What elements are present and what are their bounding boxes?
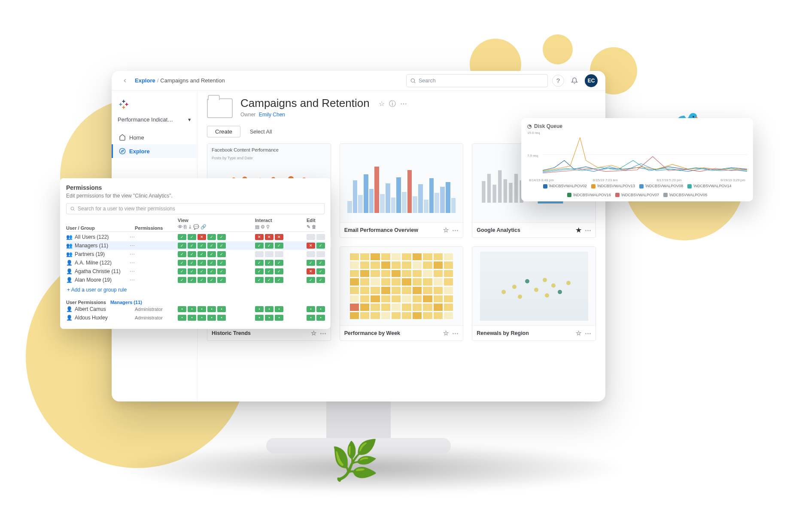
map-chart — [480, 252, 588, 321]
search-placeholder: Search — [419, 78, 436, 84]
help-button[interactable]: ? — [552, 75, 564, 87]
sidebar-item-home[interactable]: Home — [112, 131, 197, 144]
notifications-button[interactable] — [568, 75, 580, 87]
permission-row[interactable]: 👤A.A. Milne (122)⋯✓✓✓✓✓✓✓✓✓✓ — [66, 258, 325, 267]
star-icon[interactable]: ★ — [576, 226, 581, 234]
card-title: Email Performance Overview — [344, 227, 418, 233]
legend-item: \NDCBSVWALPOV07 — [615, 193, 659, 198]
user-avatar[interactable]: EC — [585, 74, 598, 87]
sidebar-item-explore[interactable]: Explore — [112, 144, 197, 158]
svg-rect-40 — [514, 174, 517, 203]
star-icon[interactable]: ☆ — [576, 329, 581, 337]
owner-link[interactable]: Emily Chen — [259, 112, 285, 118]
workspace-name: Performance Indicat… — [118, 116, 173, 123]
workbook-card[interactable]: Renewals by Region ☆ ⋯ — [472, 246, 596, 341]
user-permissions-context: Managers (11) — [110, 300, 142, 305]
breadcrumb: Explore / Campaigns and Retention — [135, 77, 225, 84]
more-actions[interactable]: ⋯ — [400, 100, 407, 109]
create-button[interactable]: Create — [207, 126, 240, 137]
permission-row[interactable]: 👤Agatha Christie (11)⋯✓✓✓✓✓✓✓✓✕✓ — [66, 267, 325, 276]
favorite-toggle[interactable]: ☆ — [379, 100, 385, 109]
sidebar-item-label: Home — [129, 134, 144, 141]
xtick: 8/14/19 6:48 pm — [529, 178, 554, 182]
workbook-card[interactable]: Email Performance Overview ☆ ⋯ — [340, 143, 464, 238]
group-icon: 👥 — [66, 251, 72, 257]
disk-queue-line-chart — [543, 131, 747, 178]
svg-rect-37 — [498, 170, 501, 203]
permission-row[interactable]: 👥All Users (122)⋯✓✓✕✓✓✕✕✕ — [66, 233, 325, 241]
user-permission-row[interactable]: 👤Albert CamusAdministrator•••••••••• — [66, 305, 325, 313]
ug-name: Partners (19) — [75, 251, 105, 257]
select-all-link[interactable]: Select All — [250, 129, 272, 135]
workspace-selector[interactable]: Performance Indicat… ▾ — [112, 114, 197, 131]
permissions-search[interactable]: Search for a user to view their permissi… — [66, 203, 325, 214]
col-view: View — [178, 218, 188, 223]
legend-item: \NDCBSVWALPOV16 — [567, 193, 611, 198]
svg-point-10 — [119, 148, 125, 154]
card-inner-title: Facebook Content Performance — [212, 147, 279, 152]
breadcrumb-current: Campaigns and Retention — [160, 77, 225, 84]
permission-row[interactable]: 👤Alan Moore (19)⋯✓✓✓✓✓✓✓✓✓✓ — [66, 276, 325, 284]
row-more-icon[interactable]: ⋯ — [130, 234, 135, 240]
permission-row[interactable]: 👥Partners (19)⋯✓✓✓✓✓ — [66, 250, 325, 258]
workbook-card[interactable]: Performance by Week ☆ ⋯ — [340, 246, 464, 341]
card-title: Google Analytics — [477, 227, 520, 233]
ug-name: Alan Moore (19) — [75, 277, 112, 283]
search-input[interactable]: Search — [406, 74, 548, 87]
owner-label: Owner — [240, 112, 255, 118]
ytick-1: 7.5 req — [527, 154, 538, 158]
disk-queue-panel: ◔ Disk Queue 15.0 req 7.5 req 8/14/19 6:… — [521, 118, 753, 201]
xtick: 8/19/19 3:29 pm — [720, 178, 745, 182]
row-more-icon[interactable]: ⋯ — [130, 243, 135, 249]
breadcrumb-root[interactable]: Explore — [135, 77, 155, 84]
card-more-icon[interactable]: ⋯ — [320, 329, 326, 337]
user-role: Administrator — [135, 307, 178, 312]
legend-item: \NDCBSVWALPOV02 — [543, 184, 587, 188]
gauge-icon: ◔ — [527, 123, 532, 129]
home-icon — [119, 134, 126, 141]
user-icon: 👤 — [66, 306, 72, 312]
permissions-header-row: User / Group Permissions View 👁⎘⤓💬🔗 Inte… — [66, 218, 325, 232]
permissions-heading: Permissions — [66, 184, 325, 191]
info-button[interactable]: ⓘ — [389, 100, 396, 109]
card-more-icon[interactable]: ⋯ — [585, 226, 591, 234]
col-interact: Interact — [255, 218, 272, 223]
row-more-icon[interactable]: ⋯ — [130, 277, 135, 283]
card-title: Historic Trends — [212, 330, 251, 336]
row-more-icon[interactable]: ⋯ — [130, 268, 135, 274]
svg-point-0 — [411, 79, 414, 82]
legend-item: \NDCBSVWALPOV13 — [591, 184, 635, 188]
permissions-subtitle: Edit permissions for the view "Clinic An… — [66, 193, 325, 199]
svg-rect-39 — [509, 183, 512, 203]
user-role: Administrator — [135, 315, 178, 320]
ytick-0: 15.0 req — [527, 131, 540, 135]
star-icon[interactable]: ☆ — [443, 329, 449, 337]
legend-item: \NDCBSVWALPOV14 — [687, 184, 731, 188]
star-icon[interactable]: ☆ — [311, 329, 316, 337]
folder-icon — [207, 98, 233, 118]
permissions-search-placeholder: Search for a user to view their permissi… — [78, 206, 175, 212]
svg-rect-38 — [503, 179, 507, 203]
ug-name: Aldous Huxley — [75, 315, 108, 321]
svg-rect-36 — [492, 185, 496, 203]
svg-line-46 — [73, 210, 74, 210]
add-rule-link[interactable]: + Add a user or group rule — [66, 284, 325, 295]
card-more-icon[interactable]: ⋯ — [585, 329, 591, 337]
user-permission-row[interactable]: 👤Aldous HuxleyAdministrator•••••••••• — [66, 313, 325, 322]
permission-row[interactable]: 👥Managers (11)⋯✓✓✓✓✓✓✓✓✕✓ — [66, 241, 325, 250]
disk-x-ticks: 8/14/19 6:48 pm 8/15/19 7:23 am 8/17/19 … — [529, 178, 745, 182]
svg-rect-34 — [482, 181, 485, 203]
star-icon[interactable]: ☆ — [443, 226, 449, 234]
card-title: Renewals by Region — [477, 330, 529, 336]
row-more-icon[interactable]: ⋯ — [130, 251, 135, 257]
bar-chart — [347, 153, 456, 213]
back-button[interactable] — [119, 75, 131, 86]
row-more-icon[interactable]: ⋯ — [130, 260, 135, 266]
svg-point-45 — [71, 207, 74, 210]
permissions-dialog: Permissions Edit permissions for the vie… — [60, 178, 331, 329]
breadcrumb-sep: / — [157, 77, 159, 84]
group-icon: 👥 — [66, 243, 72, 249]
card-more-icon[interactable]: ⋯ — [452, 329, 459, 337]
user-icon: 👤 — [66, 260, 72, 266]
card-more-icon[interactable]: ⋯ — [452, 226, 459, 234]
